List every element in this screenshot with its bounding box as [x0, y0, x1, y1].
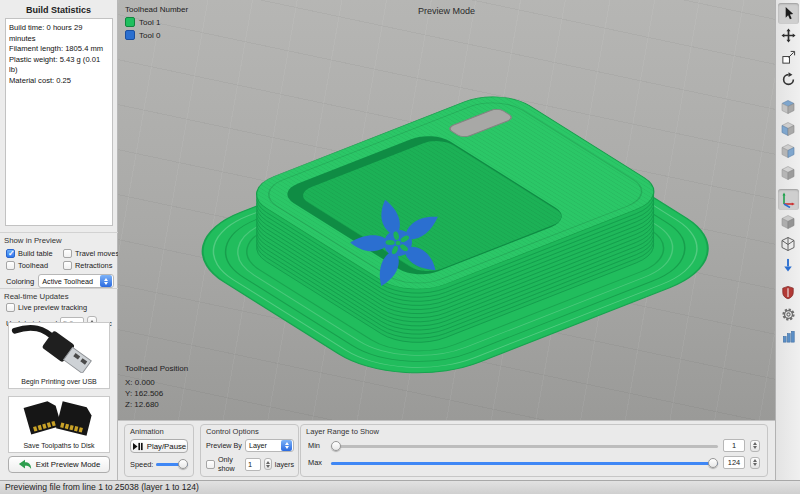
- only-show-unit: layers: [275, 460, 294, 469]
- legend-title: Toolhead Number: [125, 5, 188, 14]
- view-toolbar: [775, 0, 800, 480]
- stat-filament-length: Filament length: 1805.4 mm: [9, 44, 109, 55]
- usb-cable-icon: [11, 323, 107, 373]
- checkbox-live-preview-tracking[interactable]: Live preview tracking: [0, 303, 118, 312]
- begin-printing-usb-button[interactable]: Begin Printing over USB: [8, 322, 110, 389]
- speed-label: Speed:: [130, 460, 153, 469]
- legend-label: Tool 0: [139, 31, 160, 40]
- preview-canvas[interactable]: Preview Mode Toolhead Number Tool 1 Tool…: [118, 0, 775, 420]
- layer-range-group: Layer Range to Show Min Max: [300, 424, 768, 477]
- slider-knob[interactable]: [708, 458, 718, 468]
- select-cursor-icon[interactable]: [778, 3, 799, 24]
- tool1-color-swatch: [125, 17, 135, 27]
- preview-checkbox-grid: Build table Travel moves Toolhead Retrac…: [0, 247, 118, 270]
- slider-track: [331, 445, 718, 448]
- application-window: Build Statistics Build time: 0 hours 29 …: [0, 0, 800, 494]
- move-icon[interactable]: [778, 25, 799, 46]
- save-toolpaths-button[interactable]: Save Toolpaths to Disk: [8, 396, 110, 453]
- dropdown-stepper-icon: [281, 440, 292, 451]
- play-pause-button[interactable]: Play/Pause: [130, 439, 188, 453]
- build-statistics-panel: Build Statistics Build time: 0 hours 29 …: [0, 0, 118, 480]
- animation-group: Animation Play/Pause Speed:: [124, 424, 194, 477]
- only-show-label: Only show: [218, 455, 242, 473]
- min-layer-input[interactable]: [723, 439, 745, 452]
- stat-plastic-weight: Plastic weight: 5.43 g (0.01 lb): [9, 55, 109, 76]
- bar-chart-icon[interactable]: [778, 326, 799, 347]
- checkbox-label: Travel moves: [75, 249, 119, 258]
- checkbox-label: Toolhead: [18, 261, 48, 270]
- usb-button-label: Begin Printing over USB: [9, 377, 109, 388]
- min-layer-slider[interactable]: [331, 441, 718, 451]
- tool0-color-swatch: [125, 30, 135, 40]
- checkbox-box: [63, 249, 72, 258]
- checkbox-travel-moves[interactable]: Travel moves: [63, 249, 120, 258]
- cube-left-view-icon[interactable]: [778, 140, 799, 161]
- exit-preview-mode-button[interactable]: Exit Preview Mode: [8, 456, 110, 473]
- status-text: Previewing file from line 1 to 25038 (la…: [5, 482, 199, 492]
- toolhead-z: Z: 12.680: [125, 399, 188, 410]
- panel-title: Build Statistics: [0, 0, 117, 18]
- checkbox-label: Retractions: [75, 261, 112, 270]
- max-layer-input[interactable]: [723, 456, 745, 469]
- min-label: Min: [308, 441, 326, 450]
- axes-icon[interactable]: [778, 189, 799, 210]
- stat-material-cost: Material cost: 0.25: [9, 76, 109, 87]
- stepper-icon[interactable]: [750, 457, 760, 469]
- stepper-icon[interactable]: [750, 440, 760, 452]
- shield-icon[interactable]: [778, 282, 799, 303]
- play-pause-label: Play/Pause: [147, 442, 186, 451]
- solid-cube-icon[interactable]: [778, 211, 799, 232]
- wireframe-cube-icon[interactable]: [778, 233, 799, 254]
- max-layer-slider[interactable]: [331, 458, 718, 468]
- model-3d: [118, 0, 775, 420]
- build-stats-box: Build time: 0 hours 29 minutes Filament …: [5, 18, 113, 226]
- checkbox-box: [6, 261, 15, 270]
- legend-label: Tool 1: [139, 18, 160, 27]
- show-in-preview-section: Show in Preview Build table Travel moves…: [0, 232, 118, 292]
- scale-icon[interactable]: [778, 47, 799, 68]
- legend-item-tool0: Tool 0: [125, 30, 188, 40]
- checkbox-label: Build table: [18, 249, 53, 258]
- cube-front-view-icon[interactable]: [778, 118, 799, 139]
- sd-button-label: Save Toolpaths to Disk: [9, 441, 109, 452]
- back-arrow-icon: [18, 459, 32, 470]
- status-bar: Previewing file from line 1 to 25038 (la…: [0, 480, 800, 494]
- sd-card-icon: [11, 397, 107, 437]
- preview-by-label: Preview By: [206, 441, 242, 450]
- stepper-icon[interactable]: [264, 458, 272, 470]
- rotate-icon[interactable]: [778, 69, 799, 90]
- group-title: Layer Range to Show: [301, 425, 767, 436]
- dropdown-stepper-icon: [100, 275, 112, 287]
- checkbox-build-table[interactable]: Build table: [6, 249, 63, 258]
- slider-knob[interactable]: [178, 459, 188, 469]
- checkbox-toolhead[interactable]: Toolhead: [6, 261, 63, 270]
- toolhead-legend: Toolhead Number Tool 1 Tool 0: [125, 5, 188, 40]
- arrow-down-icon[interactable]: [778, 255, 799, 276]
- stat-build-time: Build time: 0 hours 29 minutes: [9, 23, 109, 44]
- cube-top-view-icon[interactable]: [778, 96, 799, 117]
- toolhead-position-readout: Toolhead Position X: 0.000 Y: 162.506 Z:…: [125, 363, 188, 410]
- coloring-dropdown[interactable]: Active Toolhead: [38, 274, 114, 288]
- cube-iso-view-icon[interactable]: [778, 162, 799, 183]
- speed-slider[interactable]: [156, 459, 188, 469]
- preview-by-dropdown[interactable]: Layer: [245, 439, 294, 452]
- section-title: Real-time Updates: [0, 289, 118, 303]
- preview-by-value: Layer: [246, 441, 281, 450]
- slider-knob[interactable]: [331, 441, 341, 451]
- playback-controls-bar: Animation Play/Pause Speed: Control Opti…: [118, 420, 775, 480]
- only-show-checkbox[interactable]: [206, 460, 215, 469]
- gear-icon[interactable]: [778, 304, 799, 325]
- checkbox-box: [6, 249, 15, 258]
- max-label: Max: [308, 458, 326, 467]
- play-pause-icon: [132, 442, 143, 451]
- legend-item-tool1: Tool 1: [125, 17, 188, 27]
- group-title: Animation: [125, 425, 193, 436]
- coloring-value: Active Toolhead: [39, 277, 100, 286]
- coloring-label: Coloring: [6, 277, 34, 286]
- checkbox-box: [63, 261, 72, 270]
- only-show-input[interactable]: [245, 458, 261, 471]
- section-title: Show in Preview: [0, 233, 118, 247]
- checkbox-retractions[interactable]: Retractions: [63, 261, 120, 270]
- exit-button-label: Exit Preview Mode: [36, 460, 101, 469]
- slider-fill: [331, 462, 718, 465]
